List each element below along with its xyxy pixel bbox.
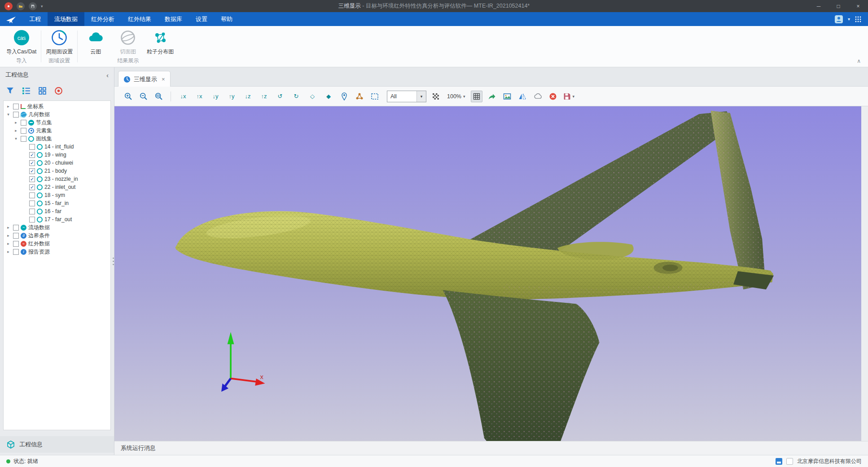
tree-item[interactable]: ✓20 - chuiwei: [4, 159, 110, 167]
menubar-caret-icon[interactable]: ▾: [848, 17, 850, 22]
tree-checkbox[interactable]: ✓: [29, 184, 35, 190]
menu-item-6[interactable]: 帮助: [214, 12, 239, 26]
menu-item-0[interactable]: 工程: [22, 12, 48, 26]
project-info-button[interactable]: 工程信息: [0, 436, 114, 453]
tree-expander-icon[interactable]: ▸: [5, 104, 11, 109]
tree-checkbox[interactable]: [13, 241, 19, 247]
tree-checkbox[interactable]: [13, 233, 19, 239]
tree-item[interactable]: 18 - sym: [4, 191, 110, 199]
tree-expander-icon[interactable]: ▸: [13, 120, 19, 125]
lasso-region-icon[interactable]: [532, 91, 544, 102]
view-z-pos-icon[interactable]: ↑z: [258, 91, 270, 102]
tree-item[interactable]: ▸节点集: [4, 118, 110, 127]
tree-checkbox[interactable]: [21, 128, 26, 134]
tab-3d-view[interactable]: 三维显示 ×: [118, 71, 171, 87]
periodic-face-button[interactable]: 周期面设置: [46, 29, 73, 56]
tab-close-icon[interactable]: ×: [162, 76, 165, 83]
menu-item-3[interactable]: 红外结果: [121, 12, 158, 26]
import-cas-dat-button[interactable]: cas 导入Cas/Dat: [6, 29, 36, 56]
tree-item[interactable]: 15 - far_in: [4, 199, 110, 207]
filter-icon[interactable]: [5, 86, 15, 96]
tree-expander-icon[interactable]: ▸: [5, 225, 11, 230]
tree-checkbox[interactable]: [29, 144, 35, 150]
app-logo-icon[interactable]: [4, 2, 13, 10]
tree-checkbox[interactable]: ✓: [29, 152, 35, 158]
save-view-button[interactable]: ▾: [562, 92, 575, 101]
maximize-button[interactable]: □: [829, 0, 848, 12]
tree-checkbox[interactable]: [29, 201, 35, 206]
view-z-neg-icon[interactable]: ↓z: [241, 91, 254, 102]
view-y-neg-icon[interactable]: ↓y: [209, 91, 222, 102]
contour-cloud-button[interactable]: 云图: [82, 29, 109, 56]
grid-toggle-icon[interactable]: [471, 91, 482, 102]
open-project-icon[interactable]: [17, 2, 25, 10]
grid-view-icon[interactable]: [38, 86, 47, 96]
viewport-3d[interactable]: x: [114, 106, 861, 441]
list-view-icon[interactable]: [22, 86, 31, 96]
tree-checkbox[interactable]: [21, 120, 26, 126]
menu-item-1[interactable]: 流场数据: [48, 12, 84, 26]
view-iso2-icon[interactable]: ◆: [322, 91, 335, 102]
tree-expander-icon[interactable]: ▸: [13, 128, 19, 133]
tree-item[interactable]: ✓22 - inlet_out: [4, 183, 110, 191]
combo-caret-icon[interactable]: ▾: [416, 91, 426, 102]
tree-checkbox[interactable]: ✓: [29, 176, 35, 182]
save-caret-icon[interactable]: ▾: [573, 94, 575, 99]
tree-expander-icon[interactable]: ▸: [5, 249, 11, 254]
zoom-in-icon[interactable]: [123, 91, 134, 102]
tree-checkbox[interactable]: [29, 209, 35, 214]
ribbon-collapse-icon[interactable]: ∧: [857, 58, 861, 64]
tree-checkbox[interactable]: ✓: [29, 168, 35, 174]
tree-item[interactable]: ✓23 - nozzle_in: [4, 175, 110, 183]
tree-checkbox[interactable]: ✓: [29, 160, 35, 166]
tree-item[interactable]: ▸边界条件: [4, 231, 110, 240]
particle-distribution-button[interactable]: 粒子分布图: [147, 29, 174, 56]
tree-checkbox[interactable]: [13, 104, 19, 109]
tree-item[interactable]: 16 - far: [4, 207, 110, 215]
export-share-icon[interactable]: [486, 91, 498, 102]
zoom-fit-icon[interactable]: [153, 91, 165, 102]
tree-item[interactable]: 14 - int_fluid: [4, 143, 110, 151]
node-network-icon[interactable]: [354, 91, 365, 102]
save-project-icon[interactable]: [29, 2, 37, 10]
display-filter-combo[interactable]: All ▾: [387, 91, 426, 102]
panel-splitter[interactable]: [112, 67, 115, 455]
locate-target-icon[interactable]: [54, 86, 63, 96]
view-x-pos-icon[interactable]: ↑x: [193, 91, 206, 102]
tree-item[interactable]: 17 - far_out: [4, 215, 110, 223]
tree-checkbox[interactable]: [13, 249, 19, 255]
zoom-level-dropdown[interactable]: 100% ▾: [445, 93, 467, 100]
probe-pin-icon[interactable]: [338, 91, 350, 102]
box-select-icon[interactable]: [369, 91, 381, 102]
tree-item[interactable]: ▸红外数据: [4, 240, 110, 248]
rotate-cw-icon[interactable]: ↻: [290, 91, 302, 102]
tree-checkbox[interactable]: [21, 136, 26, 142]
layout-toggle-icon[interactable]: [786, 458, 793, 465]
view-x-neg-icon[interactable]: ↓x: [177, 91, 189, 102]
texture-pattern-icon[interactable]: [430, 91, 442, 102]
tree-item[interactable]: ▸报告资源: [4, 248, 110, 256]
zoom-out-icon[interactable]: [138, 91, 149, 102]
tree-item[interactable]: ✓21 - body: [4, 167, 110, 175]
panel-collapse-icon[interactable]: ‹: [106, 71, 109, 79]
minimize-button[interactable]: ─: [809, 0, 829, 12]
snapshot-image-icon[interactable]: [501, 91, 513, 102]
rotate-ccw-icon[interactable]: ↺: [274, 91, 286, 102]
apps-grid-icon[interactable]: [855, 16, 862, 23]
view-iso-icon[interactable]: ◇: [306, 91, 319, 102]
tree-item[interactable]: ▾几何数据: [4, 110, 110, 118]
tree-item[interactable]: ▸元素集: [4, 127, 110, 135]
tree-item[interactable]: ▾面线集: [4, 135, 110, 143]
menu-item-4[interactable]: 数据库: [158, 12, 189, 26]
clear-cancel-icon[interactable]: [547, 91, 559, 102]
tree-checkbox[interactable]: [29, 192, 35, 198]
tree-item[interactable]: ▸流场数据: [4, 223, 110, 231]
tree-checkbox[interactable]: [29, 217, 35, 223]
tree-expander-icon[interactable]: ▸: [5, 241, 11, 246]
tree-item[interactable]: ✓19 - wing: [4, 151, 110, 159]
view-y-pos-icon[interactable]: ↑y: [225, 91, 238, 102]
panel-toggle-icon[interactable]: [776, 458, 782, 465]
tree-checkbox[interactable]: [13, 225, 19, 231]
user-panel-icon[interactable]: [834, 15, 843, 24]
tree-item[interactable]: ▸坐标系: [4, 102, 110, 110]
